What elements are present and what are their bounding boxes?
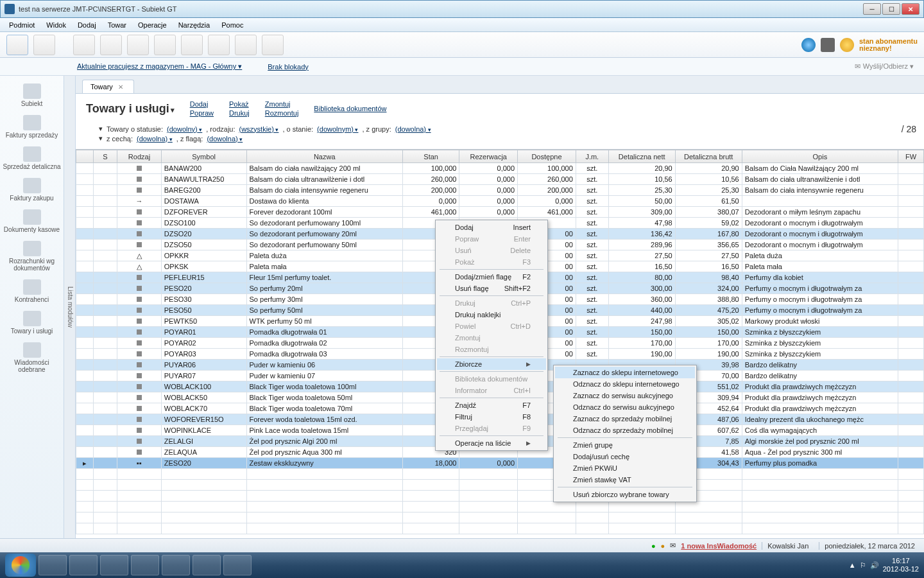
toolbar-button[interactable]	[73, 35, 95, 55]
col-db[interactable]: Detaliczna brutt	[675, 150, 742, 163]
taskbar-pdf-icon[interactable]	[223, 555, 252, 575]
menu-item[interactable]: DodajInsert	[437, 222, 546, 233]
col-blank[interactable]	[76, 150, 94, 163]
sidebar-item[interactable]: Rozrachunki wg dokumentów	[1, 237, 62, 276]
col-symbol[interactable]: Symbol	[161, 150, 246, 163]
maximize-button[interactable]: ☐	[882, 3, 900, 15]
menu-item[interactable]: ZnajdźF7	[437, 399, 546, 411]
taskbar-explorer-icon[interactable]	[193, 555, 221, 575]
action-rozmontuj[interactable]: Rozmontuj	[265, 109, 299, 117]
menu-item[interactable]: Zbiorcze▶	[437, 358, 546, 370]
sidebar-item[interactable]: Wiadomości odebrane	[1, 338, 62, 377]
menu-item[interactable]: Odznacz do sprzedaży mobilnej	[555, 425, 695, 436]
toolbar-button[interactable]	[127, 35, 149, 55]
lock-link[interactable]: Brak blokady	[268, 63, 309, 71]
page-title[interactable]: Towary i usługi	[86, 102, 175, 116]
tray-speaker-icon[interactable]: 🔊	[870, 561, 879, 570]
action-pokaz[interactable]: Pokaż	[229, 100, 250, 108]
menu-item[interactable]: Zaznacz do sklepu internetowego	[555, 367, 695, 378]
action-drukuj[interactable]: Drukuj	[229, 109, 250, 117]
table-row[interactable]: ▸▪▪ZESO20Zestaw ekskluzywny18,0000,00018…	[76, 458, 924, 469]
menu-item[interactable]: Dodaj/usuń cechę	[555, 451, 695, 462]
col-stan[interactable]: Stan	[402, 150, 459, 163]
taskbar-app-icon[interactable]	[100, 555, 128, 575]
status-message[interactable]: 1 nowa InsWiadomość	[681, 542, 757, 550]
globe-icon[interactable]	[801, 38, 816, 52]
sidebar-item[interactable]: Faktury zakupu	[1, 174, 62, 206]
filter-cecha[interactable]: (dowolna)	[137, 135, 173, 143]
toolbar-button[interactable]	[100, 35, 122, 55]
context-menu[interactable]: DodajInsertPoprawEnterUsuńDeletePokażF3D…	[435, 220, 548, 451]
menu-item[interactable]: Odznacz do sklepu internetowego	[555, 378, 695, 390]
menu-pomoc[interactable]: Pomoc	[216, 19, 248, 31]
table-row[interactable]: BANAWULTRA250Balsam do ciała ultranawilż…	[76, 174, 924, 185]
sidebar-item[interactable]: Dokumenty kasowe	[1, 206, 62, 237]
toolbar-button[interactable]	[262, 35, 284, 55]
menu-item[interactable]: Usuń zbiorczo wybrane towary	[555, 489, 695, 500]
col-nazwa[interactable]: Nazwa	[246, 150, 402, 163]
toolbar-button[interactable]	[208, 35, 230, 55]
col-rez[interactable]: Rezerwacja	[459, 150, 518, 163]
menu-item[interactable]: Zmień stawkę VAT	[555, 474, 695, 486]
box-icon[interactable]	[821, 38, 835, 52]
filter-stan[interactable]: (dowolnym)	[317, 125, 358, 133]
menu-item[interactable]: Usuń flagęShift+F2	[437, 283, 546, 294]
toolbar-button[interactable]	[235, 35, 257, 55]
sidebar-item[interactable]: Sprzedaż detaliczna	[1, 143, 62, 174]
col-dn[interactable]: Detaliczna nett	[608, 150, 675, 163]
menu-item[interactable]: Zmień grupę	[555, 439, 695, 451]
tray-clock[interactable]: 16:172012-03-12	[883, 557, 919, 574]
menu-operacje[interactable]: Operacje	[133, 19, 172, 31]
send-receive-button[interactable]: ✉ Wyślij/Odbierz ▾	[855, 62, 914, 71]
col-dost[interactable]: Dostępne	[518, 150, 576, 163]
close-icon[interactable]: ✕	[118, 83, 123, 91]
tab-towary[interactable]: Towary✕	[82, 80, 134, 93]
menu-item[interactable]: Zaznacz do sprzedaży mobilnej	[555, 413, 695, 425]
filter-rodzaj[interactable]: (wszystkie)	[239, 125, 279, 133]
col-jm[interactable]: J.m.	[576, 150, 608, 163]
filter-flaga[interactable]: (dowolna)	[207, 135, 243, 143]
table-row[interactable]: BAREG200Balsam do ciała intensywnie rege…	[76, 185, 924, 196]
action-biblio[interactable]: Biblioteka dokumentów	[314, 105, 386, 112]
action-popraw[interactable]: Popraw	[190, 109, 214, 117]
menu-item[interactable]: FiltrujF8	[437, 411, 546, 423]
shield-icon[interactable]	[840, 38, 854, 52]
taskbar-ie-icon[interactable]	[69, 555, 98, 575]
module-list-handle[interactable]: Lista modułów	[64, 76, 76, 538]
start-button[interactable]	[5, 554, 36, 577]
tray-icon[interactable]: ▲	[849, 561, 856, 569]
toolbar-button[interactable]	[181, 35, 203, 55]
table-row[interactable]: →DOSTAWADostawa do klienta0,0000,0000,00…	[76, 196, 924, 207]
close-button[interactable]: ✕	[902, 3, 920, 15]
table-row[interactable]: BANAW200Balsam do ciała nawilżający 200 …	[76, 163, 924, 174]
toolbar-button[interactable]	[6, 35, 28, 55]
minimize-button[interactable]: ─	[863, 3, 881, 15]
toolbar-button[interactable]	[154, 35, 176, 55]
menu-item[interactable]: Zmień PKWiU	[555, 462, 695, 474]
menu-item[interactable]: Operacje na liście▶	[437, 437, 546, 449]
col-rodzaj[interactable]: Rodzaj	[117, 150, 162, 163]
col-s[interactable]: S	[93, 150, 117, 163]
taskbar-chrome-icon[interactable]	[38, 555, 67, 575]
menu-podmiot[interactable]: Podmiot	[4, 19, 40, 31]
menu-towar[interactable]: Towar	[103, 19, 132, 31]
filter-grupa[interactable]: (dowolna)	[395, 125, 431, 133]
menu-widok[interactable]: Widok	[41, 19, 71, 31]
toolbar-button[interactable]	[33, 35, 55, 55]
sidebar-item[interactable]: Kontrahenci	[1, 276, 62, 307]
sidebar-item[interactable]: Faktury sprzedaży	[1, 111, 62, 143]
context-submenu[interactable]: Zaznacz do sklepu internetowegoOdznacz d…	[553, 365, 697, 502]
col-fw[interactable]: FW	[898, 150, 924, 163]
menu-item[interactable]: Dodaj/zmień flagęF2	[437, 271, 546, 283]
menu-narzędzia[interactable]: Narzędzia	[173, 19, 216, 31]
taskbar-app-icon[interactable]	[162, 555, 190, 575]
sidebar-item[interactable]: Subiekt	[1, 80, 62, 111]
menu-item[interactable]: Odznacz do serwisu aukcyjnego	[555, 401, 695, 413]
menu-item[interactable]: Zaznacz do serwisu aukcyjnego	[555, 390, 695, 401]
menu-item[interactable]: Drukuj naklejki	[437, 309, 546, 320]
sidebar-item[interactable]: Towary i usługi	[1, 307, 62, 338]
menu-dodaj[interactable]: Dodaj	[73, 19, 101, 31]
warehouse-link[interactable]: Aktualnie pracujesz z magazynem - MAG - …	[77, 62, 242, 71]
taskbar-app-icon[interactable]	[131, 555, 159, 575]
action-zmontuj[interactable]: Zmontuj	[265, 100, 299, 108]
